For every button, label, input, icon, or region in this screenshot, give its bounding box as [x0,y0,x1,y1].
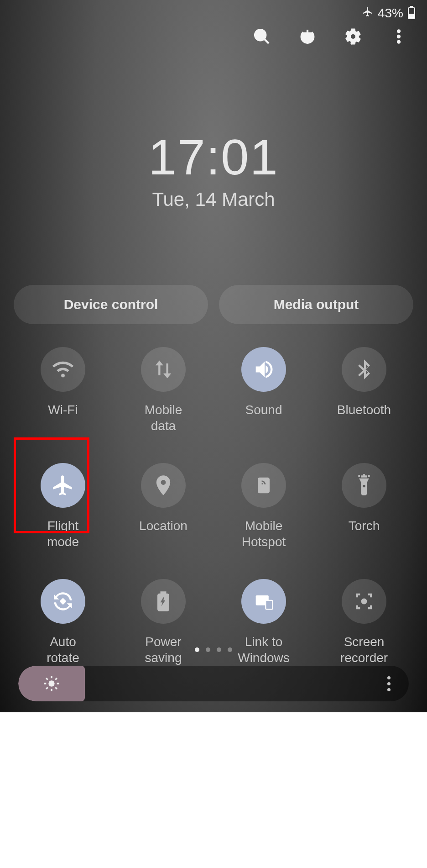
rotate-icon [41,579,85,624]
whitespace [0,712,427,868]
svg-point-0 [255,30,266,40]
speaker-icon [241,347,286,392]
power-icon [298,27,317,46]
record-screen-icon [342,579,386,624]
media-output-label: Media output [274,297,359,312]
airplane-status-icon [362,6,373,21]
bluetooth-icon [342,347,386,392]
clock-date: Tue, 14 March [0,189,427,210]
settings-button[interactable] [343,26,363,47]
more-vertical-icon [387,676,391,691]
svg-point-13 [48,680,54,686]
qs-tile-power-saving[interactable]: Powersaving [113,577,214,666]
svg-point-6 [358,475,360,477]
clock-area: 17:01 Tue, 14 March [0,128,427,210]
svg-line-18 [46,678,48,680]
panel-toolbar [252,26,409,47]
svg-rect-5 [258,478,270,494]
qs-label: Location [139,518,187,534]
svg-point-8 [368,475,370,477]
quick-settings-grid: Wi-FiMobiledataSoundBluetoothFlightmodeL… [13,345,414,666]
gear-icon [344,27,362,46]
airplane-icon [41,463,85,508]
more-button[interactable] [389,26,409,47]
qs-tile-auto-rotate[interactable]: Autorotate [13,577,113,666]
svg-rect-11 [266,600,272,610]
location-pin-icon [141,463,186,508]
brightness-fill [18,666,85,701]
qs-tile-sound[interactable]: Sound [214,345,314,434]
qs-label: Bluetooth [337,402,391,418]
brightness-more-button[interactable] [378,666,400,701]
page-dot[interactable] [206,647,210,652]
hotspot-icon [241,463,286,508]
windows-link-icon [241,579,286,624]
panel-shortcuts: Device control Media output [14,285,413,324]
qs-tile-wifi[interactable]: Wi-Fi [13,345,113,434]
page-indicator[interactable] [0,647,427,652]
wifi-icon [41,347,85,392]
qs-tile-torch[interactable]: Torch [314,461,414,550]
page-dot[interactable] [228,647,232,652]
data-arrows-icon [141,347,186,392]
page-dot[interactable] [195,647,199,652]
power-button[interactable] [297,26,318,47]
qs-tile-screen-recorder[interactable]: Screen recorder [314,577,414,666]
clock-time: 17:01 [0,128,427,186]
battery-percent-label: 43% [378,6,403,21]
battery-saving-icon [141,579,186,624]
qs-label: Mobiledata [145,402,182,434]
qs-tile-location[interactable]: Location [113,461,214,550]
svg-point-3 [397,35,401,38]
status-bar: 43% [0,0,427,23]
more-vertical-icon [390,27,408,46]
svg-point-12 [361,599,367,605]
qs-tile-mobile-data[interactable]: Mobiledata [113,345,214,434]
qs-tile-bluetooth[interactable]: Bluetooth [314,345,414,434]
search-button[interactable] [252,26,272,47]
svg-point-7 [363,474,365,476]
qs-label: Torch [349,518,380,534]
svg-point-4 [397,40,401,43]
qs-label: Flightmode [47,518,79,550]
device-control-label: Device control [64,297,158,312]
battery-icon [408,7,415,19]
flashlight-icon [342,463,386,508]
brightness-slider[interactable] [18,666,409,701]
svg-rect-9 [59,598,66,605]
svg-point-2 [397,30,401,33]
page-dot[interactable] [217,647,221,652]
qs-label: Wi-Fi [48,402,78,418]
svg-line-1 [264,39,269,43]
search-icon [253,27,271,46]
qs-tile-flight-mode[interactable]: Flightmode [13,461,113,550]
svg-line-20 [46,687,48,689]
sun-icon [42,674,61,693]
device-control-button[interactable]: Device control [14,285,208,324]
qs-label: MobileHotspot [242,518,286,550]
svg-line-21 [55,678,57,680]
svg-line-19 [55,687,57,689]
qs-tile-mobile-hotspot[interactable]: MobileHotspot [214,461,314,550]
qs-label: Sound [245,402,282,418]
qs-tile-link-to-windows[interactable]: Link to Windows [214,577,314,666]
media-output-button[interactable]: Media output [219,285,413,324]
